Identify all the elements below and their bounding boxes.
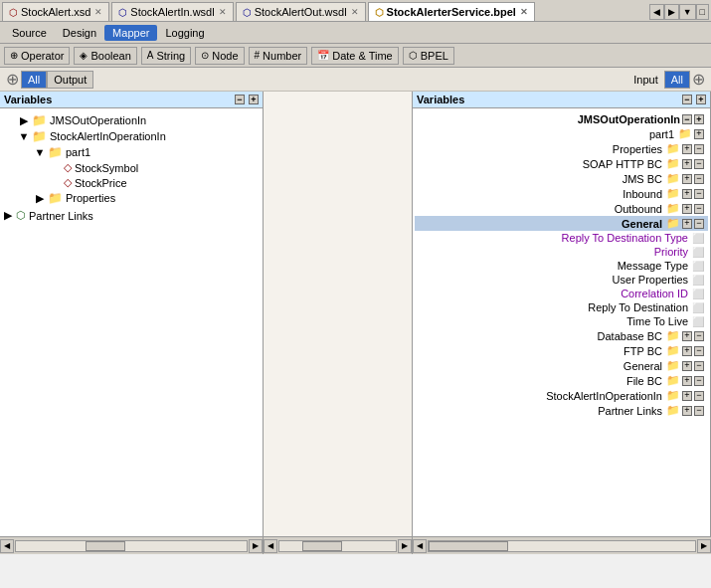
right-part1-expand[interactable]: + — [694, 129, 704, 139]
tabs-scroll-left[interactable]: ◀ — [649, 4, 664, 20]
jmsout-expand-btn[interactable]: + — [694, 114, 704, 124]
right-file-bc[interactable]: File BC 📁 + − — [415, 373, 708, 388]
tab-wsdl1-close[interactable]: ✕ — [219, 7, 227, 17]
center-scroll-right[interactable]: ▶ — [398, 539, 412, 553]
right-ftp-collapse[interactable]: − — [694, 346, 704, 356]
number-icon: # — [255, 50, 261, 61]
toolbar-boolean[interactable]: ◈ Boolean — [74, 47, 136, 65]
right-panel-expand[interactable]: + — [696, 95, 706, 104]
menu-mapper[interactable]: Mapper — [104, 25, 157, 41]
tree-item-jmsout[interactable]: ▶ 📁 JMSOutOperationIn — [2, 112, 261, 128]
right-stockalert-in[interactable]: StockAlertInOperationIn 📁 + − — [415, 388, 708, 403]
toolbar-number[interactable]: # Number — [249, 47, 308, 65]
left-scroll-right[interactable]: ▶ — [249, 539, 263, 553]
right-soap-collapse[interactable]: − — [694, 159, 704, 169]
right-time-to-live[interactable]: Time To Live ⬜ — [415, 314, 708, 328]
right-jms-bc[interactable]: JMS BC 📁 + − — [415, 171, 708, 186]
right-soap-http[interactable]: SOAP HTTP BC 📁 + − — [415, 156, 708, 171]
right-soap-expand[interactable]: + — [682, 159, 692, 169]
right-jmsout-header[interactable]: JMSOutOperationIn − + — [415, 112, 708, 126]
right-all-button[interactable]: All — [664, 71, 690, 89]
left-panel-expand[interactable]: + — [249, 95, 259, 104]
right-outbound-collapse[interactable]: − — [694, 204, 704, 214]
right-outbound[interactable]: Outbound 📁 + − — [415, 201, 708, 216]
toggle-properties[interactable]: ▶ — [34, 192, 46, 204]
tab-wsdl2[interactable]: ⬡ StockAlertOut.wsdl ✕ — [236, 2, 366, 21]
right-part1[interactable]: part1 📁 + — [415, 126, 708, 141]
toggle-partnerlinks[interactable]: ▶ — [2, 210, 14, 222]
left-panel-collapse[interactable]: − — [235, 95, 245, 104]
menu-logging[interactable]: Logging — [157, 25, 212, 41]
right-scroll-left[interactable]: ◀ — [413, 539, 427, 553]
right-general2-expand[interactable]: + — [682, 361, 692, 371]
right-stockalert-in-expand[interactable]: + — [682, 391, 692, 401]
right-properties[interactable]: Properties 📁 + − — [415, 141, 708, 156]
right-database-bc[interactable]: Database BC 📁 + − — [415, 328, 708, 343]
right-partner-links-collapse[interactable]: − — [694, 406, 704, 416]
right-user-properties[interactable]: User Properties ⬜ — [415, 273, 708, 287]
tree-item-stockprice[interactable]: ◇ StockPrice — [2, 175, 261, 190]
right-reply-dest[interactable]: Reply To Destination ⬜ — [415, 300, 708, 314]
tree-item-properties[interactable]: ▶ 📁 Properties — [2, 190, 261, 206]
add-left-icon[interactable]: ⊕ — [6, 70, 19, 89]
tab-wsdl1[interactable]: ⬡ StockAlertIn.wsdl ✕ — [111, 2, 233, 21]
right-inbound[interactable]: Inbound 📁 + − — [415, 186, 708, 201]
toggle-stockin[interactable]: ▼ — [18, 130, 30, 142]
right-database-expand[interactable]: + — [682, 331, 692, 341]
right-general2[interactable]: General 📁 + − — [415, 358, 708, 373]
toolbar-operator[interactable]: ⊕ Operator — [4, 47, 70, 65]
right-file-collapse[interactable]: − — [694, 376, 704, 386]
right-reply-dest-type[interactable]: Reply To Destination Type ⬜ — [415, 231, 708, 245]
toggle-jmsout[interactable]: ▶ — [18, 114, 30, 126]
toolbar-bpel[interactable]: ⬡ BPEL — [403, 47, 454, 65]
right-outbound-expand[interactable]: + — [682, 204, 692, 214]
center-scroll-left[interactable]: ◀ — [264, 539, 277, 553]
right-properties-expand[interactable]: + — [682, 144, 692, 154]
right-general2-collapse[interactable]: − — [694, 361, 704, 371]
right-general-expand[interactable]: + — [682, 219, 692, 229]
toolbar-node[interactable]: ⊙ Node — [195, 47, 244, 65]
right-properties-collapse[interactable]: − — [694, 144, 704, 154]
right-ftp-bc[interactable]: FTP BC 📁 + − — [415, 343, 708, 358]
tabs-menu[interactable]: ▼ — [679, 4, 696, 20]
right-stockalert-in-collapse[interactable]: − — [694, 391, 704, 401]
right-inbound-collapse[interactable]: − — [694, 189, 704, 199]
tree-item-part1[interactable]: ▼ 📁 part1 — [2, 144, 261, 160]
tab-wsdl2-close[interactable]: ✕ — [351, 7, 359, 17]
add-right-icon[interactable]: ⊕ — [692, 70, 705, 89]
right-database-collapse[interactable]: − — [694, 331, 704, 341]
tabs-scroll-right[interactable]: ▶ — [664, 4, 679, 20]
right-jms-expand[interactable]: + — [682, 174, 692, 184]
output-button[interactable]: Output — [47, 71, 93, 89]
tab-bpel-close[interactable]: ✕ — [520, 7, 528, 17]
left-scroll-left[interactable]: ◀ — [0, 539, 14, 553]
right-jms-collapse[interactable]: − — [694, 174, 704, 184]
toolbar-string[interactable]: A String — [141, 47, 191, 65]
toggle-part1[interactable]: ▼ — [34, 146, 46, 158]
tree-item-stockin[interactable]: ▼ 📁 StockAlertInOperationIn — [2, 128, 261, 144]
toolbar-datetime[interactable]: 📅 Date & Time — [311, 47, 399, 65]
jmsout-collapse-btn[interactable]: − — [682, 114, 692, 124]
right-scroll-right[interactable]: ▶ — [697, 539, 711, 553]
right-general-selected[interactable]: General 📁 + − — [415, 216, 708, 231]
right-panel-collapse[interactable]: − — [682, 95, 692, 104]
right-file-expand[interactable]: + — [682, 376, 692, 386]
left-all-button[interactable]: All — [21, 71, 47, 89]
right-priority[interactable]: Priority ⬜ — [415, 245, 708, 259]
right-inbound-expand[interactable]: + — [682, 189, 692, 199]
right-partner-links[interactable]: Partner Links 📁 + − — [415, 403, 708, 418]
tree-item-partnerlinks[interactable]: ▶ ⬡ Partner Links — [2, 208, 261, 223]
right-correlation-id[interactable]: Correlation ID ⬜ — [415, 287, 708, 300]
menu-design[interactable]: Design — [55, 25, 104, 41]
right-message-type[interactable]: Message Type ⬜ — [415, 259, 708, 273]
center-panel — [264, 92, 413, 536]
right-ftp-expand[interactable]: + — [682, 346, 692, 356]
right-general-collapse[interactable]: − — [694, 219, 704, 229]
tab-xsd[interactable]: ⬡ StockAlert.xsd ✕ — [2, 2, 109, 21]
tab-xsd-close[interactable]: ✕ — [94, 7, 102, 17]
tab-bpel[interactable]: ⬡ StockAlerterService.bpel ✕ — [368, 2, 535, 21]
tabs-maximize[interactable]: □ — [696, 4, 709, 20]
right-partner-links-expand[interactable]: + — [682, 406, 692, 416]
tree-item-stocksymbol[interactable]: ◇ StockSymbol — [2, 160, 261, 175]
menu-source[interactable]: Source — [4, 25, 55, 41]
